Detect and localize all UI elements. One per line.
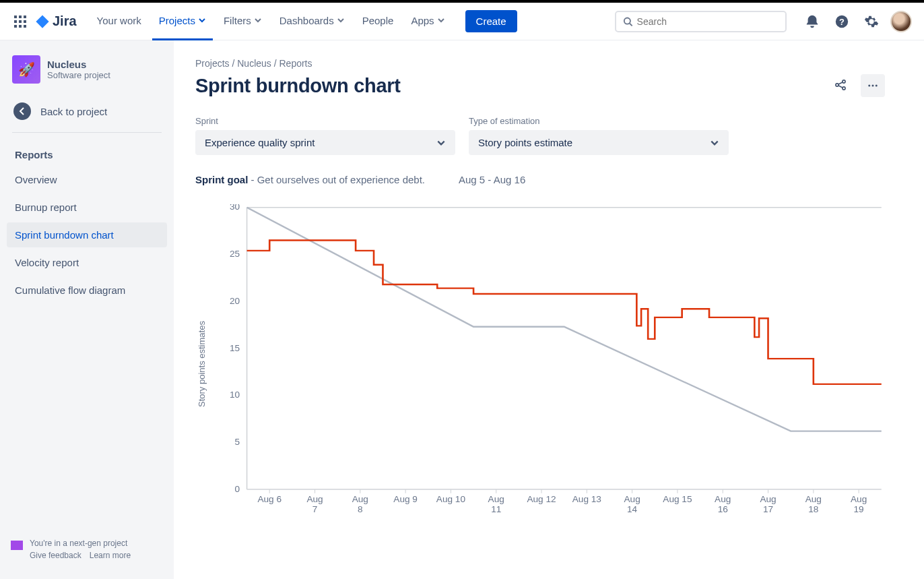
help-icon[interactable]: ?: [831, 11, 853, 32]
chevron-down-icon: [436, 138, 446, 148]
sprint-select[interactable]: Experience quality sprint: [195, 130, 455, 155]
search-icon: [623, 16, 633, 27]
search-input[interactable]: [637, 16, 779, 27]
svg-text:18: 18: [808, 505, 818, 514]
project-header[interactable]: 🚀 Nucleus Software project: [7, 55, 167, 96]
page-title: Sprint burndown chart: [195, 75, 401, 97]
brand-label: Jira: [53, 13, 77, 29]
svg-text:Aug 10: Aug 10: [436, 494, 465, 504]
svg-rect-6: [14, 25, 17, 28]
svg-text:Aug 9: Aug 9: [393, 494, 418, 504]
top-nav: Jira Your work Projects Filters Dashboar…: [0, 3, 924, 40]
gem-icon: [11, 541, 23, 550]
svg-text:Aug: Aug: [306, 494, 323, 504]
svg-text:Aug: Aug: [805, 494, 822, 504]
sprint-select-label: Sprint: [195, 116, 455, 126]
svg-text:Aug 15: Aug 15: [663, 494, 692, 504]
svg-point-19: [872, 85, 874, 87]
svg-text:15: 15: [230, 343, 240, 353]
notifications-icon[interactable]: [801, 11, 823, 32]
svg-text:19: 19: [854, 505, 864, 514]
svg-text:Aug 12: Aug 12: [527, 494, 556, 504]
svg-text:Aug: Aug: [715, 494, 731, 504]
nav-apps[interactable]: Apps: [404, 3, 451, 40]
svg-text:30: 30: [230, 204, 240, 212]
sidebar-section-title: Reports: [7, 144, 167, 166]
jira-logo[interactable]: Jira: [35, 13, 77, 29]
sprint-dates: Aug 5 - Aug 16: [459, 174, 525, 185]
nav-filters[interactable]: Filters: [217, 3, 269, 40]
app-switcher-icon[interactable]: [12, 13, 28, 30]
svg-rect-5: [24, 20, 26, 23]
chevron-down-icon: [254, 16, 262, 24]
svg-point-20: [876, 85, 878, 87]
content: Projects / Nucleus / Reports Sprint burn…: [174, 40, 924, 579]
sidebar-item-overview[interactable]: Overview: [7, 167, 167, 192]
svg-text:11: 11: [491, 505, 501, 514]
svg-point-18: [868, 85, 870, 87]
estimation-select-label: Type of estimation: [469, 116, 729, 126]
project-icon: 🚀: [12, 55, 40, 84]
svg-text:8: 8: [358, 505, 363, 514]
project-type: Software project: [47, 70, 110, 80]
user-avatar[interactable]: [890, 11, 912, 32]
back-arrow-icon: [13, 102, 31, 120]
burndown-chart: Story points estimates 051015202530Aug 6…: [195, 204, 885, 524]
svg-point-9: [624, 18, 630, 24]
sidebar: 🚀 Nucleus Software project Back to proje…: [0, 40, 174, 579]
svg-text:0: 0: [235, 484, 240, 493]
svg-text:16: 16: [718, 505, 728, 514]
svg-line-16: [838, 82, 843, 84]
sidebar-footer: You're in a next-gen project Give feedba…: [7, 539, 167, 564]
svg-text:Aug: Aug: [851, 494, 867, 504]
learn-more-link[interactable]: Learn more: [90, 551, 131, 560]
svg-text:10: 10: [230, 390, 240, 400]
share-icon[interactable]: [830, 74, 851, 96]
svg-text:Aug: Aug: [624, 494, 640, 504]
svg-rect-2: [24, 16, 26, 18]
search-box[interactable]: [615, 11, 787, 32]
svg-text:14: 14: [627, 505, 637, 514]
chevron-down-icon: [337, 16, 345, 24]
svg-text:25: 25: [230, 249, 240, 259]
svg-rect-1: [19, 16, 22, 18]
sidebar-item-velocity[interactable]: Velocity report: [7, 250, 167, 275]
sprint-goal: Sprint goal - Get ourselves out of exper…: [195, 174, 425, 185]
chevron-down-icon: [437, 16, 445, 24]
nav-people[interactable]: People: [356, 3, 401, 40]
svg-rect-8: [24, 25, 26, 28]
svg-rect-0: [14, 16, 17, 18]
breadcrumb[interactable]: Projects / Nucleus / Reports: [195, 58, 885, 69]
svg-line-17: [838, 86, 843, 88]
settings-icon[interactable]: [861, 11, 882, 32]
project-name: Nucleus: [47, 59, 110, 70]
svg-text:Aug 13: Aug 13: [572, 494, 601, 504]
sidebar-item-burnup[interactable]: Burnup report: [7, 195, 167, 220]
nav-your-work[interactable]: Your work: [90, 3, 148, 40]
back-to-project[interactable]: Back to project: [7, 96, 167, 132]
svg-text:17: 17: [763, 505, 773, 514]
chevron-down-icon: [710, 138, 719, 148]
more-actions-icon[interactable]: [861, 74, 885, 97]
svg-text:20: 20: [230, 297, 240, 306]
sidebar-item-burndown[interactable]: Sprint burndown chart: [7, 222, 167, 247]
give-feedback-link[interactable]: Give feedback: [30, 551, 81, 560]
estimation-select[interactable]: Story points estimate: [469, 130, 729, 155]
svg-text:Aug: Aug: [488, 494, 504, 504]
svg-text:?: ?: [839, 16, 845, 26]
nav-dashboards[interactable]: Dashboards: [273, 3, 352, 40]
svg-text:Aug: Aug: [352, 494, 368, 504]
y-axis-label: Story points estimates: [195, 204, 208, 524]
footer-note: You're in a next-gen project: [30, 539, 131, 548]
svg-rect-4: [19, 20, 22, 23]
svg-rect-3: [14, 20, 17, 23]
svg-text:Aug: Aug: [760, 494, 776, 504]
svg-text:Aug 6: Aug 6: [257, 494, 282, 504]
sidebar-item-cfd[interactable]: Cumulative flow diagram: [7, 278, 167, 303]
nav-projects[interactable]: Projects: [152, 3, 213, 40]
svg-rect-7: [19, 25, 22, 28]
svg-text:5: 5: [235, 437, 240, 447]
chevron-down-icon: [198, 16, 206, 24]
create-button[interactable]: Create: [465, 10, 517, 32]
svg-line-10: [630, 23, 632, 26]
